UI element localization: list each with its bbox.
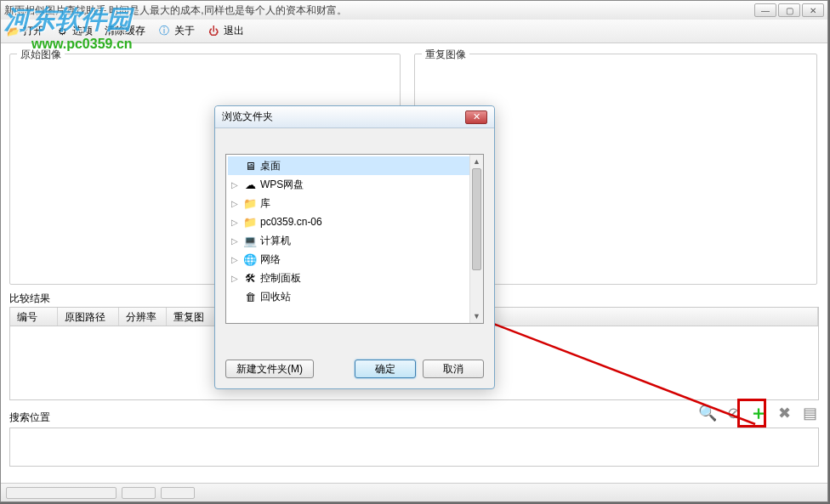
tree-item[interactable]: ▷🛠控制面板 (228, 269, 481, 287)
toolbar: 📂打开 ⚙选项 清除缓存 ⓘ关于 ⏻退出 (1, 20, 827, 43)
folder-icon: ☁ (243, 178, 257, 191)
tree-item-label: pc0359.cn-06 (260, 216, 322, 228)
expand-arrow-icon[interactable]: ▷ (231, 255, 240, 264)
tree-item-label: 库 (260, 196, 270, 211)
status-cell-3 (161, 487, 195, 499)
status-cell-2 (122, 487, 156, 499)
new-folder-button[interactable]: 新建文件夹(M) (225, 360, 314, 378)
folder-icon: 🌐 (243, 252, 257, 266)
tree-item[interactable]: ▷🌐网络 (228, 250, 481, 269)
browse-folder-dialog: 浏览文件夹 ✕ 🖥桌面▷☁WPS网盘▷📁库▷📁pc0359.cn-06▷💻计算机… (214, 105, 495, 389)
scroll-down-icon[interactable]: ▼ (470, 309, 483, 323)
tree-item-label: WPS网盘 (260, 178, 304, 192)
tree-item-label: 计算机 (260, 234, 291, 248)
zoom-icon[interactable]: 🔍 (698, 404, 717, 422)
col-src-path[interactable]: 原图路径 (58, 308, 119, 326)
dialog-titlebar[interactable]: 浏览文件夹 ✕ (215, 106, 494, 128)
tree-item[interactable]: 🗑回收站 (228, 287, 481, 306)
folder-icon: 🖥 (243, 159, 257, 173)
exit-button[interactable]: ⏻退出 (207, 24, 244, 38)
titlebar[interactable]: 新雨相似图片查找助手 时间是人最大的成本,同样也是每个人的资本和财富。 — ▢ … (1, 1, 827, 20)
clear-cache-button[interactable]: 清除缓存 (105, 24, 145, 38)
options-button[interactable]: ⚙选项 (55, 24, 93, 38)
tree-scrollbar[interactable]: ▲ ▼ (469, 155, 483, 323)
annotation-highlight (737, 399, 766, 428)
cancel-button[interactable]: 取消 (423, 360, 484, 378)
minimize-button[interactable]: — (754, 3, 776, 17)
folder-open-icon: 📂 (6, 25, 20, 38)
folder-icon: 💻 (243, 234, 257, 247)
duplicate-image-label: 重复图像 (422, 48, 469, 62)
search-location-label: 搜索位置 (9, 411, 50, 425)
exit-icon: ⏻ (207, 25, 220, 38)
tree-item[interactable]: ▷💻计算机 (228, 231, 481, 250)
about-button[interactable]: ⓘ关于 (157, 24, 195, 38)
maximize-button[interactable]: ▢ (778, 3, 800, 17)
tree-item[interactable]: ▷📁pc0359.cn-06 (228, 212, 481, 231)
dialog-title: 浏览文件夹 (222, 110, 465, 124)
tree-item[interactable]: ▷☁WPS网盘 (228, 175, 481, 194)
tree-item-label: 桌面 (260, 159, 281, 173)
dialog-close-button[interactable]: ✕ (465, 110, 487, 124)
expand-arrow-icon[interactable]: ▷ (231, 199, 240, 208)
col-id[interactable]: 编号 (10, 308, 58, 326)
tree-item-label: 控制面板 (260, 271, 301, 286)
remove-location-button[interactable]: ✖ (775, 404, 793, 422)
tree-item-label: 回收站 (260, 290, 291, 304)
scrollbar-thumb[interactable] (472, 168, 481, 270)
tree-item[interactable]: 🖥桌面 (228, 156, 481, 175)
list-icon[interactable]: ▤ (800, 404, 819, 422)
expand-arrow-icon[interactable]: ▷ (231, 236, 240, 246)
expand-arrow-icon[interactable]: ▷ (231, 218, 240, 227)
folder-icon: 📁 (243, 215, 257, 229)
expand-arrow-icon[interactable]: ▷ (231, 180, 240, 190)
statusbar (1, 483, 827, 501)
tree-item-label: 网络 (260, 252, 281, 267)
status-cell-1 (6, 487, 117, 499)
info-icon: ⓘ (157, 25, 171, 38)
ok-button[interactable]: 确定 (355, 360, 416, 378)
scroll-up-icon[interactable]: ▲ (470, 155, 483, 168)
open-button[interactable]: 📂打开 (6, 24, 43, 38)
col-resolution[interactable]: 分辨率 (119, 308, 167, 326)
compare-results-label: 比较结果 (9, 292, 50, 306)
expand-arrow-icon[interactable]: ▷ (231, 274, 240, 283)
close-button[interactable]: ✕ (802, 3, 824, 17)
folder-icon: 🛠 (243, 271, 257, 285)
folder-tree[interactable]: 🖥桌面▷☁WPS网盘▷📁库▷📁pc0359.cn-06▷💻计算机▷🌐网络▷🛠控制… (225, 154, 484, 324)
folder-icon: 🗑 (243, 290, 257, 303)
window-title: 新雨相似图片查找助手 时间是人最大的成本,同样也是每个人的资本和财富。 (4, 3, 754, 18)
tree-item[interactable]: ▷📁库 (228, 194, 481, 212)
gear-icon: ⚙ (55, 25, 69, 38)
search-location-list[interactable] (9, 428, 819, 467)
original-image-label: 原始图像 (17, 48, 65, 62)
folder-icon: 📁 (243, 196, 257, 210)
